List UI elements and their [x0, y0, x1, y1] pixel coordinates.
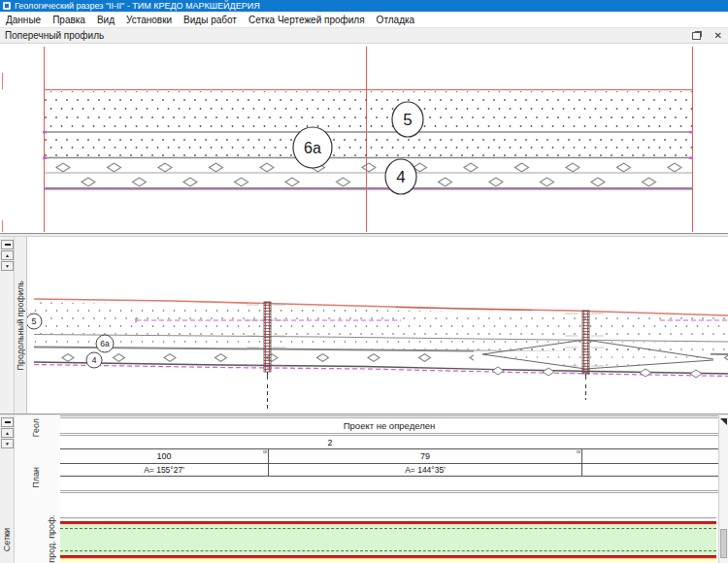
grid-up-button[interactable]: ▲ — [1, 428, 14, 438]
window-titlebar[interactable]: Геологический разрез "II-II" - ТИМ КРЕДО… — [0, 0, 728, 12]
menu-item-vid[interactable]: Вид — [91, 15, 120, 25]
app-window: Геологический разрез "II-II" - ТИМ КРЕДО… — [0, 0, 728, 563]
menu-bar: Данные Правка Вид Установки Виды работ С… — [0, 12, 728, 28]
long-profile-caption: Продольный профиль — [15, 237, 27, 414]
plan-azimuth-cell-2[interactable]: А= 144°35' — [269, 464, 582, 476]
cross-profile-canvas[interactable]: 5 6а 4 — [0, 44, 728, 233]
panel-title: Поперечный профиль — [0, 30, 692, 41]
close-panel-icon[interactable]: ✕ — [714, 31, 722, 41]
bubble-layer5-label: 5 — [403, 111, 412, 129]
long-bubble-layer4: 4 — [91, 355, 96, 365]
vertical-scrollbar[interactable] — [718, 415, 728, 563]
move-up-button[interactable]: ▲ — [1, 250, 14, 260]
length-value: 100 — [156, 451, 171, 461]
strata-cross-section — [43, 91, 693, 190]
length-value: 79 — [420, 451, 430, 461]
move-down-button[interactable]: ▼ — [1, 261, 14, 271]
panel-header: Поперечный профиль ✕ — [0, 28, 728, 44]
prod-prof-band[interactable] — [60, 517, 716, 563]
plan-azimuth-row: А= 155°27' А= 144°35' — [60, 464, 718, 477]
project-status-text: Проект не определен — [344, 420, 435, 431]
borehole-2 — [582, 311, 589, 400]
band-green-area — [60, 524, 716, 555]
app-icon — [3, 2, 11, 10]
plan-row-number: 2 — [60, 437, 718, 449]
grids-content: Проект не определен 2 100 8 79 8 А= 155°… — [60, 415, 718, 563]
plan-length-cell-1[interactable]: 100 8 — [60, 449, 269, 463]
plan-caption-label: План — [31, 467, 41, 488]
long-profile-canvas[interactable]: 5 6а 4 — [27, 237, 728, 414]
float-panel-icon[interactable] — [692, 32, 701, 40]
band-green-dash-bottom — [60, 550, 716, 551]
window-title: Геологический разрез "II-II" - ТИМ КРЕДО… — [15, 1, 260, 11]
prod-prof-caption-label: прод. проф. — [47, 514, 56, 563]
plan-azimuth-cell-3[interactable] — [582, 464, 718, 476]
menu-item-vidy-rabot[interactable]: Виды работ — [178, 15, 243, 25]
bubble-layer6a-label: 6а — [304, 140, 321, 156]
band-green-dash-top — [60, 528, 716, 529]
menu-item-dannye[interactable]: Данные — [0, 15, 47, 25]
plan-bottom-border — [60, 490, 718, 493]
grids-rail: ▲ ▼ Сетки — [0, 415, 15, 563]
plan-length-row: 100 8 79 8 — [60, 449, 718, 464]
long-bubble-layer5: 5 — [31, 316, 36, 326]
collapse-icon — [5, 421, 11, 423]
menu-item-otladka[interactable]: Отладка — [371, 15, 421, 25]
plan-length-cell-2[interactable]: 79 8 — [269, 449, 582, 463]
collapse-panel-button[interactable] — [1, 240, 14, 249]
plan-row-number-value: 2 — [60, 438, 600, 447]
plan-azimuth-cell-1[interactable]: А= 155°27' — [60, 464, 269, 476]
long-profile-drawing: 5 6а 4 — [27, 299, 728, 412]
plan-length-cell-3[interactable] — [582, 449, 718, 463]
long-profile-rail: ▲ ▼ — [0, 237, 15, 414]
long-profile-caption-label: Продольный профиль — [16, 281, 25, 371]
menu-item-ustanovki[interactable]: Установки — [120, 15, 178, 25]
borehole-1 — [264, 302, 271, 412]
menu-item-setka-chertezhej[interactable]: Сетка Чертежей профиля — [243, 15, 371, 25]
collapse-grid-button[interactable] — [1, 417, 14, 427]
scrollbar-thumb[interactable] — [720, 529, 727, 558]
splitter-grip-icon[interactable] — [720, 418, 727, 425]
picket-marker: 8 — [263, 450, 267, 453]
collapse-icon — [5, 244, 11, 246]
azimuth-value: А= 144°35' — [405, 465, 446, 475]
grids-caption-label: Сетки — [2, 528, 12, 551]
azimuth-value: А= 155°27' — [144, 465, 184, 475]
grid-captions-column: Геол План прод. проф. — [15, 415, 60, 563]
long-bubble-layer6a: 6а — [100, 339, 110, 348]
menu-item-pravka[interactable]: Правка — [47, 15, 91, 25]
band-yellow-area — [60, 558, 716, 563]
picket-marker: 8 — [577, 450, 580, 453]
grid-down-button[interactable]: ▼ — [1, 439, 14, 448]
geol-project-row[interactable]: Проект не определен — [60, 415, 718, 436]
bubble-layer4-label: 4 — [396, 168, 405, 186]
geol-caption-label: Геол — [31, 418, 41, 437]
